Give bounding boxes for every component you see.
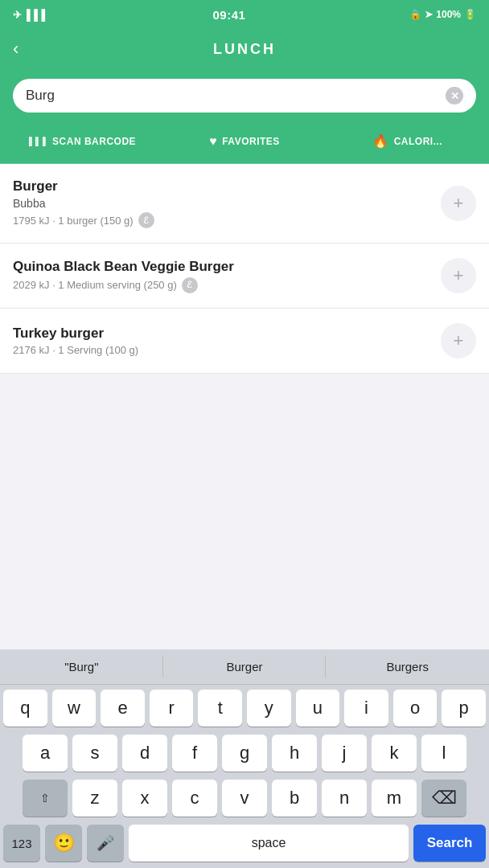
back-button[interactable]: ‹	[13, 39, 18, 59]
key-w[interactable]: w	[52, 690, 97, 727]
header: ‹ LUNCH	[0, 29, 489, 69]
food-item-1: Quinoa Black Bean Veggie Burger 2029 kJ …	[0, 244, 489, 309]
key-u[interactable]: u	[296, 690, 340, 727]
key-t[interactable]: t	[198, 690, 242, 727]
key-row-3: ⇧ z x c v b n m ⌫	[3, 780, 486, 817]
add-food-button-0[interactable]: +	[441, 186, 476, 221]
key-emoji[interactable]: 🙂	[45, 825, 82, 862]
key-c[interactable]: c	[172, 780, 217, 817]
food-meta-2: 2176 kJ · 1 Serving (100 g)	[13, 344, 441, 356]
keyboard-suggestions: "Burg" Burger Burgers	[0, 649, 489, 685]
food-badge-1: ℰ	[182, 277, 198, 293]
key-a[interactable]: a	[23, 735, 68, 772]
page-title: LUNCH	[213, 41, 276, 58]
key-v[interactable]: v	[222, 780, 267, 817]
key-p[interactable]: p	[442, 690, 486, 727]
key-row-2: a s d f g h j k l	[3, 735, 486, 772]
key-r[interactable]: r	[150, 690, 194, 727]
key-l[interactable]: l	[421, 735, 466, 772]
battery-icon: 🔋	[464, 9, 476, 20]
keyboard-bottom-row: 123 🙂 🎤 space Search	[0, 825, 489, 868]
favorites-button[interactable]: ♥ FAVORITES	[163, 131, 327, 152]
airplane-icon: ✈	[13, 9, 22, 21]
key-123[interactable]: 123	[3, 825, 40, 862]
food-info-2: Turkey burger 2176 kJ · 1 Serving (100 g…	[13, 326, 441, 356]
suggestion-0[interactable]: "Burg"	[0, 649, 163, 684]
keyboard: "Burg" Burger Burgers q w e r t y u i o …	[0, 649, 489, 868]
barcode-icon: ⫿⫿⫿	[27, 134, 48, 149]
key-f[interactable]: f	[172, 735, 217, 772]
key-space[interactable]: space	[129, 825, 409, 862]
key-s[interactable]: s	[72, 735, 117, 772]
key-b[interactable]: b	[272, 780, 317, 817]
key-k[interactable]: k	[372, 735, 417, 772]
food-meta-0: 1795 kJ · 1 burger (150 g) ℰ	[13, 212, 441, 228]
key-h[interactable]: h	[272, 735, 317, 772]
search-button[interactable]: Search	[413, 825, 486, 862]
food-list: Burger Bubba 1795 kJ · 1 burger (150 g) …	[0, 164, 489, 374]
status-right: 🔒 ➤ 100% 🔋	[409, 9, 476, 20]
add-food-button-1[interactable]: +	[441, 258, 476, 293]
status-bar: ✈ ▌▌▌ 09:41 🔒 ➤ 100% 🔋	[0, 0, 489, 29]
food-item-2: Turkey burger 2176 kJ · 1 Serving (100 g…	[0, 309, 489, 374]
lock-icon: 🔒	[409, 9, 421, 20]
suggestion-2[interactable]: Burgers	[326, 649, 489, 684]
key-j[interactable]: j	[322, 735, 367, 772]
flame-icon: 🔥	[372, 133, 389, 149]
clear-button[interactable]: ✕	[446, 87, 463, 104]
food-meta-1: 2029 kJ · 1 Medium serving (250 g) ℰ	[13, 277, 441, 293]
key-e[interactable]: e	[101, 690, 145, 727]
food-calories-1: 2029 kJ · 1 Medium serving (250 g)	[13, 279, 177, 291]
food-name-0: Burger	[13, 178, 441, 194]
keyboard-rows: q w e r t y u i o p a s d f g h j k l ⇧ …	[0, 685, 489, 817]
suggestion-1[interactable]: Burger	[163, 649, 327, 684]
location-icon: ➤	[425, 9, 433, 20]
key-shift[interactable]: ⇧	[23, 780, 68, 817]
add-food-button-2[interactable]: +	[441, 323, 476, 358]
status-time: 09:41	[213, 8, 246, 22]
search-bar: ✕	[13, 79, 476, 113]
heart-icon: ♥	[209, 134, 217, 149]
scan-barcode-label: SCAN BARCODE	[52, 136, 136, 147]
key-backspace[interactable]: ⌫	[421, 780, 466, 817]
key-z[interactable]: z	[72, 780, 117, 817]
food-info-0: Burger Bubba 1795 kJ · 1 burger (150 g) …	[13, 178, 441, 228]
food-calories-2: 2176 kJ · 1 Serving (100 g)	[13, 344, 138, 356]
food-name-1: Quinoa Black Bean Veggie Burger	[13, 259, 441, 275]
key-q[interactable]: q	[3, 690, 47, 727]
scan-barcode-button[interactable]: ⫿⫿⫿ SCAN BARCODE	[0, 131, 163, 152]
key-m[interactable]: m	[372, 780, 417, 817]
battery-label: 100%	[436, 9, 461, 20]
key-d[interactable]: d	[122, 735, 167, 772]
status-left: ✈ ▌▌▌	[13, 9, 49, 21]
key-x[interactable]: x	[122, 780, 167, 817]
key-n[interactable]: n	[322, 780, 367, 817]
food-badge-0: ℰ	[138, 212, 154, 228]
food-calories-0: 1795 kJ · 1 burger (150 g)	[13, 215, 134, 227]
food-item-0: Burger Bubba 1795 kJ · 1 burger (150 g) …	[0, 164, 489, 244]
calories-label: CALORI...	[394, 136, 443, 147]
calories-button[interactable]: 🔥 CALORI...	[326, 130, 489, 152]
quick-actions-bar: ⫿⫿⫿ SCAN BARCODE ♥ FAVORITES 🔥 CALORI...	[0, 125, 489, 164]
favorites-label: FAVORITES	[222, 136, 280, 147]
food-info-1: Quinoa Black Bean Veggie Burger 2029 kJ …	[13, 259, 441, 293]
key-o[interactable]: o	[393, 690, 438, 727]
search-input[interactable]	[26, 88, 439, 104]
key-row-1: q w e r t y u i o p	[3, 690, 486, 727]
signal-icon: ▌▌▌	[27, 9, 49, 21]
key-g[interactable]: g	[222, 735, 267, 772]
key-y[interactable]: y	[247, 690, 291, 727]
key-i[interactable]: i	[344, 690, 388, 727]
food-name-2: Turkey burger	[13, 326, 441, 342]
food-brand-0: Bubba	[13, 197, 441, 210]
search-area: ✕	[0, 69, 489, 125]
key-mic[interactable]: 🎤	[87, 825, 124, 862]
